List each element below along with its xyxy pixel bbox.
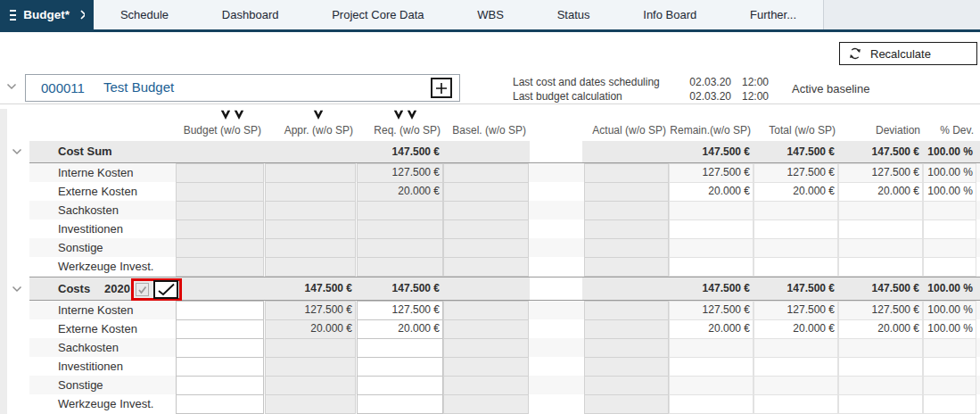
cell-appr — [265, 238, 356, 258]
summary-value-req: 147.500 € — [357, 277, 443, 300]
cell-deviation — [838, 357, 923, 377]
summary-value-pct: 100.00 % — [923, 141, 976, 162]
cell-actual — [584, 238, 669, 258]
section-title: Cost Sum — [58, 141, 112, 162]
summary-value-deviation: 147.500 € — [838, 277, 923, 300]
cell-actual — [584, 338, 669, 358]
cell-req — [357, 238, 443, 258]
tab-budget-active[interactable]: Budget* — [0, 0, 94, 29]
tab-bar: ScheduleDashboardProject Core DataWBSSta… — [0, 0, 980, 32]
section-separator — [29, 277, 980, 277]
cell-budget[interactable] — [176, 319, 264, 339]
column-marker-group-appr — [313, 110, 323, 121]
cell-budget[interactable] — [176, 301, 264, 320]
value-total: 127.500 € — [754, 301, 838, 319]
cell-pct — [923, 357, 976, 377]
cell-remain — [669, 201, 754, 220]
cell-basel — [443, 238, 529, 258]
row-label: Werkzeuge Invest. — [58, 257, 153, 276]
column-header-pct: % Dev. — [843, 124, 976, 137]
row-label: Sonstige — [58, 238, 103, 257]
cell-remain — [669, 238, 754, 258]
add-budget-button[interactable] — [431, 78, 452, 98]
row-label: Interne Kosten — [58, 301, 134, 319]
recalculate-button[interactable]: Recalculate — [839, 42, 977, 65]
tab-wbs[interactable]: WBS — [477, 8, 504, 21]
close-tab-icon[interactable] — [80, 10, 85, 20]
cell-basel — [443, 357, 529, 377]
cell-budget — [176, 257, 264, 277]
approve-checkbox[interactable] — [153, 280, 178, 299]
section-expand-chevron-icon[interactable] — [12, 148, 22, 155]
cell-actual — [584, 182, 669, 202]
project-id: 000011 — [41, 80, 85, 95]
column-marker-icon — [393, 110, 403, 120]
cell-actual — [584, 394, 669, 414]
cell-basel — [443, 201, 529, 220]
calculation-time: 12:00 — [737, 90, 769, 103]
cell-actual — [584, 319, 669, 339]
cell-deviation — [838, 257, 923, 277]
row-label: Investitionen — [58, 357, 123, 376]
left-edge-strip — [0, 109, 7, 414]
cell-appr — [265, 219, 356, 239]
cell-appr — [265, 376, 356, 395]
row-label: Sachkosten — [58, 338, 119, 357]
cell-pct — [923, 376, 976, 395]
value-deviation: 20.000 € — [838, 182, 923, 201]
tab-list: ScheduleDashboardProject Core DataWBSSta… — [94, 0, 823, 29]
cell-req[interactable] — [357, 394, 443, 414]
cell-total — [754, 357, 838, 377]
column-marker-icon — [220, 110, 230, 120]
tab-dashboard[interactable]: Dashboard — [222, 8, 279, 21]
cell-budget[interactable] — [176, 394, 264, 414]
value-pct: 100.00 % — [923, 301, 976, 319]
summary-value-pct: 100.00 % — [923, 277, 976, 300]
row-label: Externe Kosten — [58, 319, 137, 338]
cell-budget — [176, 238, 264, 258]
value-req: 20.000 € — [357, 319, 443, 338]
summary-value-remain: 147.500 € — [669, 141, 754, 162]
cell-req[interactable] — [357, 376, 443, 395]
value-remain: 127.500 € — [669, 163, 754, 182]
section-title: Costs — [58, 277, 90, 300]
cell-budget[interactable] — [176, 338, 264, 358]
tab-info-board[interactable]: Info Board — [643, 8, 696, 21]
value-appr: 127.500 € — [265, 301, 356, 319]
cell-budget[interactable] — [176, 357, 264, 377]
cell-pct — [923, 238, 976, 258]
summary-value-req: 147.500 € — [357, 141, 443, 162]
checkmark-icon — [157, 283, 176, 296]
tab-schedule[interactable]: Schedule — [120, 8, 169, 21]
cell-actual — [584, 376, 669, 395]
cell-total — [754, 201, 838, 220]
cell-actual — [584, 301, 669, 320]
cell-basel — [443, 182, 529, 202]
column-marker-icon — [407, 110, 416, 120]
cell-basel — [443, 319, 529, 339]
checkmark-icon — [137, 285, 147, 294]
cell-req[interactable] — [357, 357, 443, 377]
cell-pct — [923, 219, 976, 239]
cell-basel — [443, 219, 529, 239]
value-deviation: 127.500 € — [838, 163, 923, 182]
menu-icon[interactable] — [9, 9, 16, 21]
cell-total — [754, 376, 838, 395]
tab-status[interactable]: Status — [557, 8, 590, 21]
summary-value-appr: 147.500 € — [265, 277, 356, 300]
header-divider — [0, 104, 980, 104]
value-req: 127.500 € — [357, 301, 443, 319]
cell-budget[interactable] — [176, 376, 264, 395]
cell-req[interactable] — [357, 338, 443, 358]
active-baseline-label: Active baseline — [792, 82, 869, 95]
project-expand-chevron-icon[interactable] — [6, 83, 17, 90]
cell-actual — [584, 201, 669, 220]
column-header-basel: Basel. (w/o SP) — [395, 124, 529, 137]
cell-actual — [584, 257, 669, 277]
tab-project-core-data[interactable]: Project Core Data — [332, 8, 424, 21]
cell-deviation — [838, 219, 923, 239]
row-label: Sachkosten — [58, 201, 119, 219]
tab-further[interactable]: Further... — [750, 8, 796, 21]
section-expand-chevron-icon[interactable] — [12, 286, 22, 293]
column-marker-icon — [234, 110, 243, 120]
